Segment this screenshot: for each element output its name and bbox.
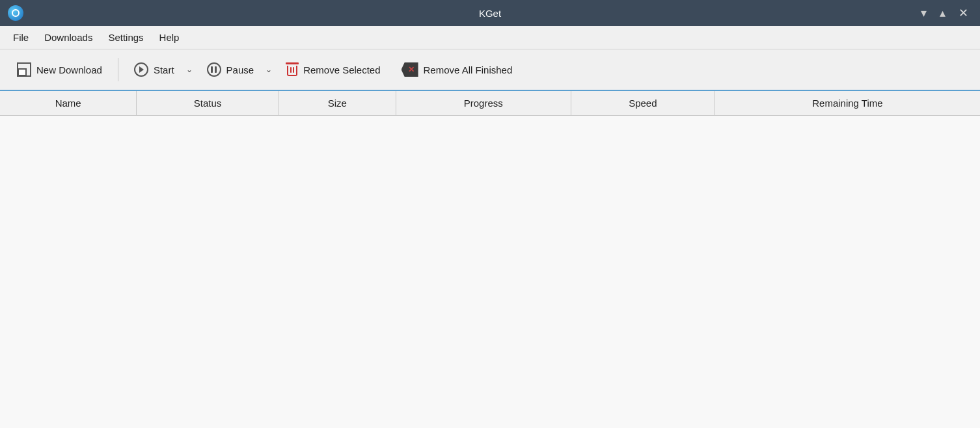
minimize-button[interactable]: ▾ xyxy=(917,6,931,20)
maximize-button[interactable]: ▴ xyxy=(936,6,949,20)
column-size: Size xyxy=(279,91,396,116)
pause-icon xyxy=(207,62,221,77)
menu-help[interactable]: Help xyxy=(152,29,187,46)
table-container[interactable]: Name Status Size Progress Speed Remainin… xyxy=(0,91,980,428)
column-name: Name xyxy=(0,91,137,116)
remove-selected-label: Remove Selected xyxy=(303,64,380,75)
kget-icon xyxy=(8,5,23,21)
column-progress: Progress xyxy=(396,91,571,116)
table-header: Name Status Size Progress Speed Remainin… xyxy=(0,91,980,116)
pause-label: Pause xyxy=(226,64,254,75)
pause-bar-2 xyxy=(215,66,217,73)
menu-file[interactable]: File xyxy=(5,29,36,46)
column-remaining-time: Remaining Time xyxy=(715,91,980,116)
downloads-table: Name Status Size Progress Speed Remainin… xyxy=(0,91,980,116)
title-bar-title: KGet xyxy=(479,8,501,19)
new-download-label: New Download xyxy=(36,64,102,75)
menu-settings[interactable]: Settings xyxy=(100,29,151,46)
start-button[interactable]: Start xyxy=(125,55,184,84)
trash-lid xyxy=(286,62,299,64)
start-icon xyxy=(134,62,148,77)
menu-downloads[interactable]: Downloads xyxy=(36,29,100,46)
start-label: Start xyxy=(154,64,174,75)
toolbar-separator-1 xyxy=(118,58,118,81)
title-bar: KGet ▾ ▴ ✕ xyxy=(0,0,980,26)
pause-bar-1 xyxy=(211,66,213,73)
menu-bar: File Downloads Settings Help xyxy=(0,26,980,49)
main-content: Name Status Size Progress Speed Remainin… xyxy=(0,91,980,428)
new-download-icon xyxy=(17,62,31,77)
trash-body xyxy=(287,66,297,76)
column-status: Status xyxy=(137,91,279,116)
remove-selected-button[interactable]: Remove Selected xyxy=(277,55,389,84)
column-speed: Speed xyxy=(571,91,715,116)
new-download-button[interactable]: New Download xyxy=(8,55,111,84)
pause-dropdown-button[interactable]: ⌄ xyxy=(263,55,275,84)
table-header-row: Name Status Size Progress Speed Remainin… xyxy=(0,91,980,116)
title-bar-controls: ▾ ▴ ✕ xyxy=(917,6,972,20)
pause-button[interactable]: Pause xyxy=(198,55,264,84)
start-dropdown-button[interactable]: ⌄ xyxy=(184,55,195,84)
remove-all-icon xyxy=(402,62,418,77)
remove-all-finished-label: Remove All Finished xyxy=(424,64,513,75)
pause-button-group: Pause ⌄ xyxy=(198,55,275,84)
title-bar-left xyxy=(8,5,23,21)
close-button[interactable]: ✕ xyxy=(955,6,972,20)
trash-icon xyxy=(286,62,298,77)
toolbar: New Download Start ⌄ Pause ⌄ Remove Sele… xyxy=(0,49,980,91)
remove-all-finished-button[interactable]: Remove All Finished xyxy=(392,55,522,84)
start-button-group: Start ⌄ xyxy=(125,55,195,84)
